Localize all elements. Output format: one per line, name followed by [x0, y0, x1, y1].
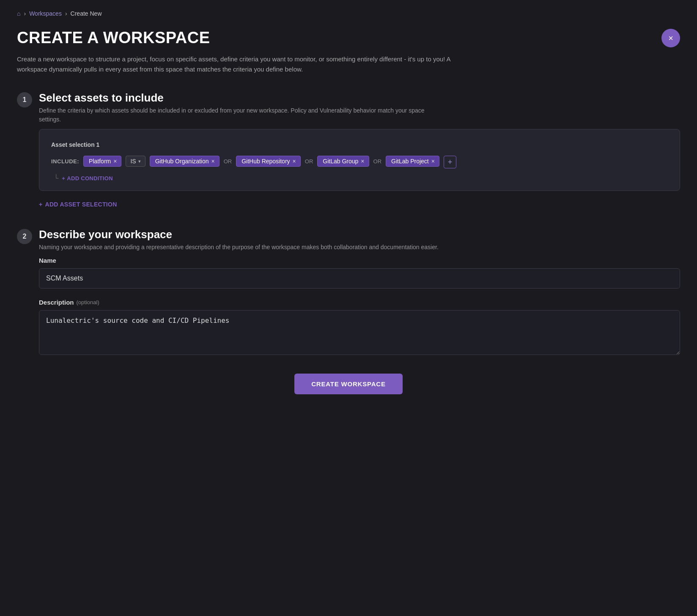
platform-tag-close[interactable]: × [113, 158, 117, 164]
gitlab-project-close[interactable]: × [431, 158, 435, 164]
name-label: Name [39, 257, 680, 264]
gitlab-group-label: GitLab Group [323, 158, 358, 165]
asset-selection-1-title: Asset selection 1 [51, 141, 668, 148]
github-repo-close[interactable]: × [293, 158, 296, 164]
section-2-subtitle: Naming your workspace and providing a re… [39, 243, 439, 252]
breadcrumb-separator-2: › [65, 10, 67, 17]
description-textarea[interactable]: Lunalectric's source code and CI/CD Pipe… [39, 310, 680, 355]
is-dropdown-arrow-icon: ▾ [138, 159, 141, 164]
platform-tag-label: Platform [89, 158, 111, 165]
description-form-group: Description (optional) Lunalectric's sou… [39, 299, 680, 357]
asset-selection-card-1: Asset selection 1 INCLUDE: Platform × IS… [39, 129, 680, 191]
step-2-circle: 2 [17, 229, 32, 244]
or-2: OR [305, 156, 313, 165]
section-2-title: Describe your workspace [39, 228, 439, 241]
github-org-label: GitHub Organization [155, 158, 209, 165]
add-condition-row: └ + ADD CONDITION [51, 174, 668, 182]
name-form-group: Name [39, 257, 680, 289]
github-org-tag[interactable]: GitHub Organization × [150, 156, 220, 167]
add-asset-selection-label: ADD ASSET SELECTION [45, 201, 117, 208]
or-3: OR [373, 156, 382, 165]
home-icon[interactable]: ⌂ [17, 10, 20, 17]
breadcrumb-workspaces-link[interactable]: Workspaces [29, 10, 62, 17]
add-asset-selection-button[interactable]: + ADD ASSET SELECTION [39, 198, 117, 211]
section-1-title: Select assets to include [39, 91, 445, 104]
add-tag-button[interactable]: + [444, 156, 456, 168]
gitlab-project-label: GitLab Project [391, 158, 429, 165]
breadcrumb-separator-1: › [24, 10, 26, 17]
page-title: CREATE A WORKSPACE [17, 29, 210, 47]
github-repo-label: GitHub Repository [241, 158, 290, 165]
include-label: INCLUDE: [51, 156, 79, 165]
page-header: CREATE A WORKSPACE × [17, 29, 680, 47]
gitlab-group-close[interactable]: × [361, 158, 364, 164]
description-optional: (optional) [77, 299, 99, 305]
corner-icon: └ [54, 174, 58, 182]
close-button[interactable]: × [661, 29, 680, 47]
is-dropdown[interactable]: IS ▾ [126, 156, 145, 167]
platform-tag[interactable]: Platform × [83, 156, 121, 167]
breadcrumb-current-page: Create New [71, 10, 102, 17]
step-1-circle: 1 [17, 92, 32, 107]
add-asset-selection-plus-icon: + [39, 201, 42, 208]
breadcrumb: ⌂ › Workspaces › Create New [17, 10, 680, 17]
or-1: OR [224, 156, 232, 165]
section-2: 2 Describe your workspace Naming your wo… [17, 228, 680, 357]
section-1: 1 Select assets to include Define the cr… [17, 91, 680, 211]
section-1-subtitle: Define the criteria by which assets shou… [39, 106, 445, 124]
page-description: Create a new workspace to structure a pr… [17, 54, 465, 74]
description-label: Description (optional) [39, 299, 680, 306]
include-row: INCLUDE: Platform × IS ▾ GitHub Organiza… [51, 156, 668, 168]
add-condition-label: ADD CONDITION [67, 175, 113, 182]
name-input[interactable] [39, 268, 680, 289]
add-condition-plus-icon: + [62, 175, 65, 182]
github-repo-tag[interactable]: GitHub Repository × [236, 156, 301, 167]
gitlab-project-tag[interactable]: GitLab Project × [386, 156, 439, 167]
create-workspace-button[interactable]: CREATE WORKSPACE [294, 374, 403, 394]
github-org-close[interactable]: × [211, 158, 215, 164]
is-dropdown-label: IS [130, 158, 136, 165]
gitlab-group-tag[interactable]: GitLab Group × [317, 156, 369, 167]
add-condition-button[interactable]: + ADD CONDITION [62, 175, 113, 182]
